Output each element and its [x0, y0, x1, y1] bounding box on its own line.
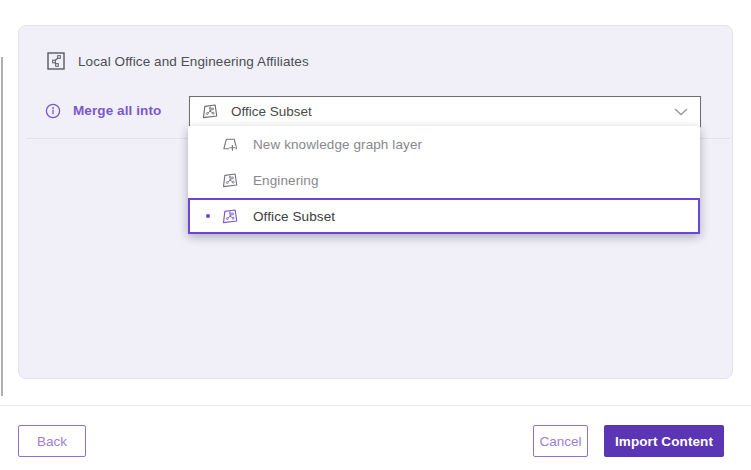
graph-layer-square-icon — [47, 52, 65, 70]
import-content-dialog: Local Office and Engineering Affiliates … — [0, 0, 751, 470]
chevron-down-icon — [674, 108, 688, 116]
cancel-button[interactable]: Cancel — [533, 425, 588, 457]
layer-row: Local Office and Engineering Affiliates — [47, 52, 309, 70]
dropdown-item-label: Enginering — [253, 173, 319, 188]
merge-target-select[interactable]: Office Subset — [189, 96, 701, 127]
dropdown-item-label: New knowledge graph layer — [253, 137, 422, 152]
dropdown-item-new-knowledge-graph-layer[interactable]: New knowledge graph layer — [188, 126, 700, 162]
kg-layer-icon — [222, 208, 239, 225]
selected-bullet-dot — [206, 214, 210, 218]
dropdown-item-office-subset-selected[interactable]: Office Subset — [188, 198, 700, 234]
merge-row: Merge all into — [45, 102, 161, 119]
dropdown-item-label: Office Subset — [253, 209, 335, 224]
new-layer-icon — [222, 136, 239, 153]
footer-divider — [0, 405, 751, 406]
import-content-button[interactable]: Import Content — [604, 425, 724, 457]
merge-target-dropdown-list: New knowledge graph layer Enginering — [188, 126, 700, 234]
back-button[interactable]: Back — [18, 425, 86, 457]
dropdown-item-enginering[interactable]: Enginering — [188, 162, 700, 198]
select-value: Office Subset — [231, 104, 662, 119]
left-edge-divider — [1, 57, 3, 396]
merge-row-label: Merge all into — [73, 103, 161, 118]
info-icon — [45, 103, 61, 119]
kg-layer-icon — [202, 103, 219, 120]
kg-layer-icon — [222, 172, 239, 189]
layer-row-label: Local Office and Engineering Affiliates — [78, 54, 309, 69]
